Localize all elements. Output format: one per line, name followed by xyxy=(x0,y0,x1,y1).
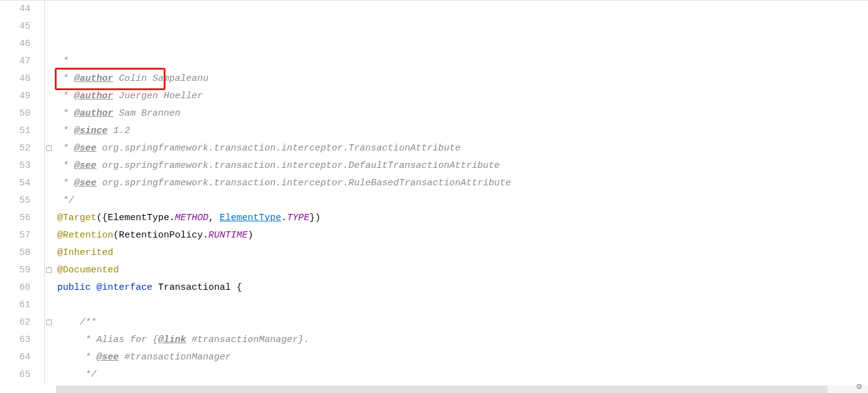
code-token: @author xyxy=(74,73,113,84)
code-token: TYPE xyxy=(287,213,309,223)
code-token: */ xyxy=(80,369,96,380)
code-token: @see xyxy=(74,160,96,171)
horizontal-scrollbar[interactable] xyxy=(56,386,868,393)
line-number: 58 xyxy=(0,244,30,262)
code-token: * xyxy=(80,352,96,363)
code-token: org.springframework.transaction.intercep… xyxy=(96,160,500,171)
line-number: 65 xyxy=(0,366,30,384)
fold-column xyxy=(45,1,55,386)
code-line[interactable]: * Alias for {@link #transactionManager}. xyxy=(57,331,868,349)
code-token: org.springframework.transaction.intercep… xyxy=(96,143,460,154)
code-line[interactable]: * @see org.springframework.transaction.i… xyxy=(57,140,868,157)
code-line[interactable]: * @see org.springframework.transaction.i… xyxy=(57,157,868,175)
code-area[interactable]: * * @author Colin Sampaleanu * @author J… xyxy=(55,1,868,386)
code-token: @author xyxy=(74,91,113,101)
code-token: org.springframework.transaction.intercep… xyxy=(96,178,511,188)
gear-icon[interactable]: ⚙ xyxy=(857,381,862,392)
code-line[interactable]: @Inherited xyxy=(57,244,868,262)
code-token: (RetentionPolicy. xyxy=(113,230,208,241)
code-line[interactable]: * @since 1.2 xyxy=(57,123,868,140)
line-number: 50 xyxy=(0,105,30,123)
code-line[interactable]: @Documented xyxy=(57,262,868,279)
code-token: * xyxy=(63,108,74,119)
code-token: ({ElementType. xyxy=(96,213,175,223)
code-token: #transactionManager xyxy=(119,352,231,363)
code-token: , xyxy=(208,213,220,223)
code-line[interactable]: * @see org.springframework.transaction.i… xyxy=(57,175,868,192)
horizontal-scrollbar-thumb[interactable] xyxy=(56,386,828,393)
code-token: @Documented xyxy=(57,265,119,275)
code-token: @Target xyxy=(57,213,96,223)
code-token: @see xyxy=(96,352,119,363)
code-line[interactable]: */ xyxy=(57,366,868,384)
line-number: 56 xyxy=(0,210,30,227)
code-token: #transactionManager}. xyxy=(186,335,309,345)
code-token: METHOD xyxy=(175,213,208,223)
code-token: * xyxy=(63,73,74,84)
code-token: RUNTIME xyxy=(208,230,248,241)
line-number: 55 xyxy=(0,192,30,210)
line-number: 61 xyxy=(0,297,30,314)
line-number: 49 xyxy=(0,88,30,105)
line-number: 57 xyxy=(0,227,30,244)
code-token: Juergen Hoeller xyxy=(113,91,203,101)
code-line[interactable]: * @author Juergen Hoeller xyxy=(57,88,868,105)
line-number: 47 xyxy=(0,53,30,70)
code-line[interactable] xyxy=(57,297,868,314)
line-number: 44 xyxy=(0,1,30,18)
code-token: }) xyxy=(309,213,320,223)
line-number: 64 xyxy=(0,349,30,366)
code-token: * Alias for { xyxy=(80,335,158,345)
code-line[interactable]: public @interface Transactional { xyxy=(57,279,868,297)
code-token: @Inherited xyxy=(57,247,113,258)
line-number: 54 xyxy=(0,175,30,192)
line-number: 52 xyxy=(0,140,30,157)
code-token: @interface xyxy=(96,282,158,293)
code-token: @link xyxy=(158,335,186,345)
code-editor[interactable]: 4445464748495051525354555657585960616263… xyxy=(0,0,868,386)
code-line[interactable]: * @author Colin Sampaleanu xyxy=(57,70,868,88)
code-line[interactable]: */ xyxy=(57,192,868,210)
code-token: * xyxy=(63,91,74,101)
code-token: { xyxy=(236,282,242,293)
line-number-gutter: 4445464748495051525354555657585960616263… xyxy=(0,1,45,386)
line-number: 48 xyxy=(0,70,30,88)
code-token: @see xyxy=(74,178,96,188)
fold-toggle-icon[interactable] xyxy=(46,320,52,325)
line-number: 46 xyxy=(0,35,30,53)
code-token: */ xyxy=(63,195,74,206)
code-token: * xyxy=(63,126,74,136)
code-token: @since xyxy=(74,126,108,136)
code-token: Sam Brannen xyxy=(113,108,180,119)
code-token: @see xyxy=(74,143,96,154)
code-line[interactable]: * @see #transactionManager xyxy=(57,349,868,366)
line-number: 60 xyxy=(0,279,30,297)
code-line[interactable]: @Retention(RetentionPolicy.RUNTIME) xyxy=(57,227,868,244)
code-token: . xyxy=(281,213,287,223)
code-token: * xyxy=(63,143,74,154)
code-line[interactable]: * @author Sam Brannen xyxy=(57,105,868,123)
fold-toggle-icon[interactable] xyxy=(46,146,52,151)
code-line[interactable]: /** xyxy=(57,314,868,331)
code-token: public xyxy=(57,282,96,293)
code-token: * xyxy=(63,178,74,188)
code-token: Transactional xyxy=(158,282,236,293)
code-line[interactable]: * xyxy=(57,53,868,70)
line-number: 63 xyxy=(0,331,30,349)
code-token: @author xyxy=(74,108,113,119)
line-number: 45 xyxy=(0,18,30,35)
line-number: 62 xyxy=(0,314,30,331)
code-token: * xyxy=(63,160,74,171)
line-number: 51 xyxy=(0,123,30,140)
code-token: Colin Sampaleanu xyxy=(113,73,208,84)
code-token: * xyxy=(63,56,68,67)
code-token: @Retention xyxy=(57,230,113,241)
code-token: /** xyxy=(80,317,96,328)
fold-toggle-icon[interactable] xyxy=(46,267,52,273)
code-token: ) xyxy=(248,230,253,241)
code-token: ElementType xyxy=(220,213,281,223)
code-line[interactable]: @Target({ElementType.METHOD, ElementType… xyxy=(57,210,868,227)
line-number: 53 xyxy=(0,157,30,175)
line-number: 59 xyxy=(0,262,30,279)
code-token: 1.2 xyxy=(108,126,130,136)
